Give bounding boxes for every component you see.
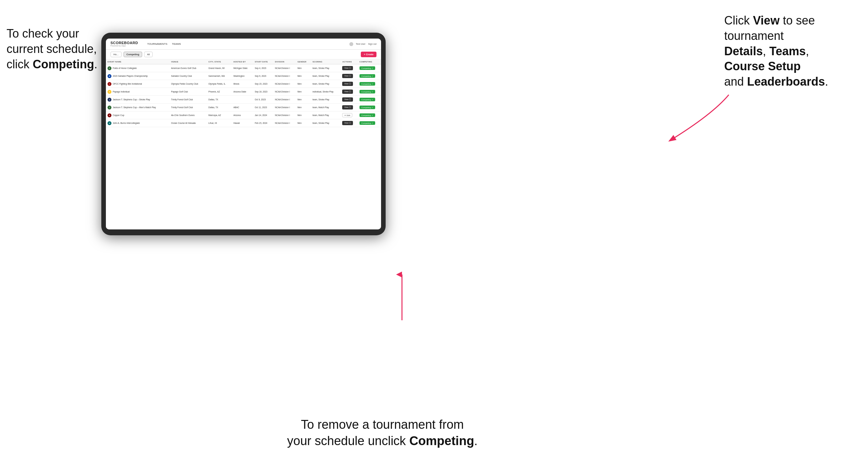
division-cell: NCAA Division I [273,72,296,80]
competing-button[interactable]: Competing ✓ [360,66,375,70]
brand-title: SCOREBOARD [111,41,138,45]
competing-cell: Competing ✓ [358,80,381,88]
scoring-cell: team, Stroke Play [311,80,341,88]
competing-cell: Competing ✓ [358,103,381,112]
actions-cell: ✏ Edit [341,112,358,119]
actions-cell: View ⓘ [341,64,358,72]
city-state-cell: Phoenix, AZ [207,88,232,96]
col-competing: COMPETING [358,60,381,64]
event-name-cell: H John A. Burns Intercollegiate [106,119,169,127]
annotation-top-right: Click View to see tournament Details, Te… [724,13,862,90]
competing-button[interactable]: Competing ✓ [360,114,375,117]
table-row: J Jackson T. Stephens Cup – Men's Match … [106,103,381,112]
hosted-by-cell: Arizona [232,112,253,119]
create-button[interactable]: + Create [361,52,376,57]
scoring-cell: team, Match Play [311,103,341,112]
team-logo: H [107,121,112,125]
city-state-cell: Dallas, TX [207,103,232,112]
competing-button[interactable]: Competing ✓ [360,98,375,101]
venue-cell: Trinity Forest Golf Club [169,96,207,103]
hosted-by-cell [232,96,253,103]
filter-home-button[interactable]: Ho... [111,52,122,57]
view-button[interactable]: View ⓘ [342,97,353,102]
nav-right: Test User Sign out [349,42,376,46]
start-date-cell: Sep 9, 2023 [253,72,274,80]
gender-cell: Men [296,96,311,103]
table-body: F Folds of Honor Collegiate American Dun… [106,64,381,127]
gender-cell: Men [296,80,311,88]
event-name: Jackson T. Stephens Cup – Stroke Play [113,98,150,101]
annotation-bottom: To remove a tournament from your schedul… [268,417,497,449]
venue-cell: Sahalee Country Club [169,72,207,80]
table-row: I OFCC Fighting Illini Invitational Olym… [106,80,381,88]
table-header: EVENT NAME VENUE CITY, STATE HOSTED BY S… [106,60,381,64]
competing-cell: Competing ✓ [358,119,381,127]
start-date-cell: Oct 11, 2023 [253,103,274,112]
event-name: OFCC Fighting Illini Invitational [113,83,142,85]
view-button[interactable]: View ⓘ [342,82,353,86]
tablet-frame: SCOREBOARD Powered by clippi TOURNAMENTS… [101,33,385,235]
competing-button[interactable]: Competing ✓ [360,82,375,86]
start-date-cell: Feb 15, 2024 [253,119,274,127]
start-date-cell: Sep 15, 2023 [253,80,274,88]
competing-button[interactable]: Competing ✓ [360,121,375,125]
event-name-cell: A Copper Cup [106,112,169,119]
table-row: A Copper Cup Ak-Chin Southern DunesMaric… [106,112,381,119]
team-logo: J [107,105,112,110]
filter-all-button[interactable]: All [144,52,153,57]
actions-cell: View ⓘ [341,88,358,96]
signout-link[interactable]: Sign out [368,43,376,45]
tablet-screen: SCOREBOARD Powered by clippi TOURNAMENTS… [106,38,381,229]
start-date-cell: Sep 4, 2023 [253,64,274,72]
team-logo: W [107,74,112,78]
filter-competing-button[interactable]: Competing [124,52,142,57]
nav-link-tournaments[interactable]: TOURNAMENTS [147,42,167,45]
division-cell: NCAA Division I [273,119,296,127]
view-button[interactable]: View ⓘ [342,74,353,78]
table-row: J Jackson T. Stephens Cup – Stroke Play … [106,96,381,103]
city-state-cell: Dallas, TX [207,96,232,103]
nav-bar: SCOREBOARD Powered by clippi TOURNAMENTS… [106,38,381,50]
city-state-cell: Grand Haven, MI [207,64,232,72]
nav-link-teams[interactable]: TEAMS [172,42,181,45]
team-logo: J [107,98,112,102]
col-venue: VENUE [169,60,207,64]
view-button[interactable]: View ⓘ [342,90,353,94]
table-container: EVENT NAME VENUE CITY, STATE HOSTED BY S… [106,60,381,229]
competing-button[interactable]: Competing ✓ [360,105,375,109]
table-row: P Papago Individual Papago Golf ClubPhoe… [106,88,381,96]
team-logo: I [107,82,112,86]
event-name-cell: I OFCC Fighting Illini Invitational [106,80,169,88]
event-name-cell: J Jackson T. Stephens Cup – Men's Match … [106,103,169,112]
user-icon [349,42,353,46]
actions-cell: View ⓘ [341,72,358,80]
event-name-cell: F Folds of Honor Collegiate [106,64,169,72]
hosted-by-cell: Arizona State [232,88,253,96]
competing-button[interactable]: Competing ✓ [360,74,375,78]
col-hosted-by: HOSTED BY [232,60,253,64]
view-button[interactable]: View ⓘ [342,105,353,110]
actions-cell: View ⓘ [341,119,358,127]
hosted-by-cell: ABAC [232,103,253,112]
gender-cell: Men [296,64,311,72]
competing-button[interactable]: Competing ✓ [360,90,375,93]
brand-sub: Powered by clippi [111,45,138,47]
competing-cell: Competing ✓ [358,64,381,72]
table-row: W 2023 Sahalee Players Championship Saha… [106,72,381,80]
competing-cell: Competing ✓ [358,88,381,96]
competing-cell: Competing ✓ [358,96,381,103]
event-name: John A. Burns Intercollegiate [113,122,140,124]
event-name-cell: W 2023 Sahalee Players Championship [106,72,169,80]
competing-cell: Competing ✓ [358,72,381,80]
annotation-top-left: To check your current schedule, click Co… [6,26,118,72]
team-logo: F [107,66,112,70]
city-state-cell: Lihue, HI [207,119,232,127]
view-button[interactable]: View ⓘ [342,66,353,70]
view-button[interactable]: View ⓘ [342,121,353,125]
division-cell: NCAA Division I [273,103,296,112]
start-date-cell: Sep 18, 2023 [253,88,274,96]
edit-button[interactable]: ✏ Edit [342,113,352,117]
scoring-cell: team, Stroke Play [311,119,341,127]
col-event-name: EVENT NAME [106,60,169,64]
hosted-by-cell: Hawaii [232,119,253,127]
